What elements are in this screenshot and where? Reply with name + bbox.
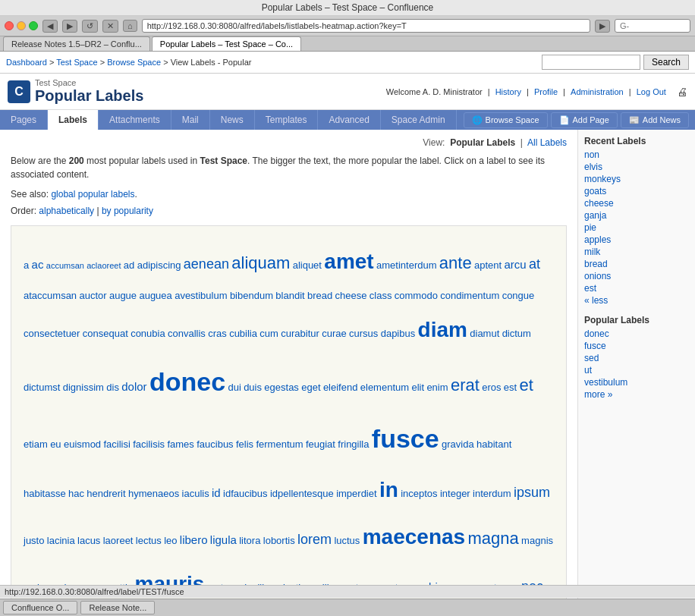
cloud-label[interactable]: accumsan: [46, 261, 84, 270]
bottom-tab-2[interactable]: Release Note...: [80, 601, 155, 614]
cloud-label[interactable]: ataccumsan: [24, 290, 77, 301]
cloud-label[interactable]: auctor: [79, 290, 106, 301]
cloud-label[interactable]: duis: [244, 382, 262, 393]
cloud-label[interactable]: aliquet: [293, 259, 322, 271]
recent-label-item[interactable]: ganja: [584, 210, 689, 221]
cloud-label[interactable]: augue: [109, 290, 137, 301]
cloud-label[interactable]: litora: [239, 535, 260, 546]
cloud-label[interactable]: dui: [228, 382, 241, 393]
cloud-label[interactable]: magna: [467, 529, 518, 548]
cloud-label[interactable]: ante: [439, 253, 472, 272]
cloud-label[interactable]: leo: [164, 535, 177, 546]
cloud-label[interactable]: dictum: [502, 328, 531, 339]
profile-link[interactable]: Profile: [534, 87, 558, 96]
recent-label-item[interactable]: milk: [584, 247, 689, 257]
cloud-label[interactable]: donec: [149, 367, 225, 396]
cloud-label[interactable]: lobortis: [263, 535, 295, 546]
cloud-label[interactable]: dolor: [121, 380, 146, 393]
cloud-label[interactable]: iaculis: [182, 488, 209, 499]
cloud-label[interactable]: dapibus: [381, 328, 416, 339]
cloud-label[interactable]: hymenaeos: [128, 488, 179, 499]
cloud-label[interactable]: consectetuer: [24, 328, 80, 339]
breadcrumb-space[interactable]: Test Space: [56, 58, 97, 67]
go-button[interactable]: ▶: [595, 20, 610, 33]
print-icon[interactable]: 🖨: [677, 86, 687, 98]
add-page-btn[interactable]: 📄 Add Page: [551, 112, 618, 128]
recent-label-item[interactable]: pie: [584, 222, 689, 233]
cloud-label[interactable]: dis: [106, 382, 119, 393]
breadcrumb-dashboard[interactable]: Dashboard: [6, 58, 47, 67]
cloud-label[interactable]: congue: [502, 290, 535, 301]
cloud-label[interactable]: avestibulum: [175, 290, 227, 301]
cloud-label[interactable]: ipsum: [514, 485, 550, 500]
administration-link[interactable]: Administration: [571, 87, 624, 96]
cloud-label[interactable]: aliquam: [231, 253, 290, 272]
cloud-label[interactable]: dignissim: [63, 382, 104, 393]
cloud-label[interactable]: lorem: [297, 532, 332, 547]
cloud-label[interactable]: interdum: [473, 488, 511, 499]
recent-label-item[interactable]: est: [584, 283, 689, 294]
cloud-label[interactable]: felis: [236, 438, 253, 450]
cloud-label[interactable]: consequat: [83, 328, 128, 339]
cloud-label[interactable]: enim: [426, 382, 448, 393]
order-alpha-link[interactable]: alphabetically: [39, 206, 94, 216]
cloud-label[interactable]: ad: [124, 259, 134, 271]
cloud-label[interactable]: dictumst: [24, 382, 60, 393]
home-button[interactable]: ⌂: [123, 20, 137, 32]
cloud-label[interactable]: maecenas: [363, 525, 465, 548]
browser-search-input[interactable]: [615, 19, 690, 33]
cloud-label[interactable]: eros: [482, 382, 501, 393]
cloud-label[interactable]: habitasse: [24, 488, 66, 499]
close-button[interactable]: [5, 21, 14, 30]
search-button[interactable]: Search: [643, 55, 689, 70]
cloud-label[interactable]: euismod: [64, 438, 101, 450]
stop-button[interactable]: ✕: [102, 20, 118, 33]
tab-mail[interactable]: Mail: [171, 110, 210, 130]
cloud-label[interactable]: cum: [259, 328, 278, 339]
breadcrumb-browse[interactable]: Browse Space: [107, 58, 161, 67]
cloud-label[interactable]: erat: [451, 376, 480, 394]
cloud-label[interactable]: cras: [208, 328, 227, 339]
popular-label-item[interactable]: sed: [584, 353, 689, 363]
add-news-btn[interactable]: 📰 Add News: [621, 112, 689, 128]
recent-label-item[interactable]: monkeys: [584, 174, 689, 184]
cloud-label[interactable]: diamut: [470, 328, 499, 339]
tab-2[interactable]: Popular Labels – Test Space – Co...: [152, 36, 301, 51]
cloud-label[interactable]: elit: [411, 382, 424, 393]
history-link[interactable]: History: [495, 87, 521, 96]
cloud-label[interactable]: fusce: [372, 424, 439, 453]
cloud-label[interactable]: a: [24, 259, 29, 271]
cloud-label[interactable]: habitant: [476, 438, 511, 450]
cloud-label[interactable]: curae: [322, 328, 347, 339]
cloud-label[interactable]: imperdiet: [336, 488, 376, 499]
cloud-label[interactable]: aptent: [474, 259, 502, 271]
cloud-label[interactable]: bibendum: [230, 290, 273, 301]
address-input[interactable]: [142, 19, 590, 33]
cloud-label[interactable]: curabitur: [281, 328, 319, 339]
cloud-label[interactable]: bread: [307, 290, 332, 301]
back-button[interactable]: ◀: [42, 20, 58, 33]
bottom-tab-1[interactable]: Confluence O...: [3, 601, 77, 614]
cloud-label[interactable]: amet: [324, 250, 373, 273]
cloud-label[interactable]: inceptos: [401, 488, 437, 499]
cloud-label[interactable]: ac: [32, 258, 44, 271]
recent-labels-toggle[interactable]: « less: [584, 295, 689, 306]
cloud-label[interactable]: idpellentesque: [270, 488, 334, 499]
cloud-label[interactable]: lacinia: [47, 535, 75, 546]
tab-templates[interactable]: Templates: [255, 110, 319, 130]
cloud-label[interactable]: facilisis: [133, 438, 165, 450]
cloud-label[interactable]: eget: [301, 382, 320, 393]
cloud-label[interactable]: lectus: [136, 535, 162, 546]
view-all-link[interactable]: All Labels: [527, 137, 567, 148]
cloud-label[interactable]: arcu: [505, 258, 527, 271]
cloud-label[interactable]: elementum: [360, 382, 409, 393]
cloud-label[interactable]: ligula: [210, 533, 237, 546]
cloud-label[interactable]: class: [370, 290, 392, 301]
cloud-label[interactable]: adipiscing: [137, 259, 181, 271]
cloud-label[interactable]: eleifend: [323, 382, 358, 393]
cloud-label[interactable]: integer: [440, 488, 470, 499]
cloud-label[interactable]: convallis: [168, 328, 206, 339]
cloud-label[interactable]: faucibus: [197, 438, 233, 450]
cloud-label[interactable]: aclaoreet: [86, 261, 121, 270]
cloud-label[interactable]: condimentum: [440, 290, 499, 301]
